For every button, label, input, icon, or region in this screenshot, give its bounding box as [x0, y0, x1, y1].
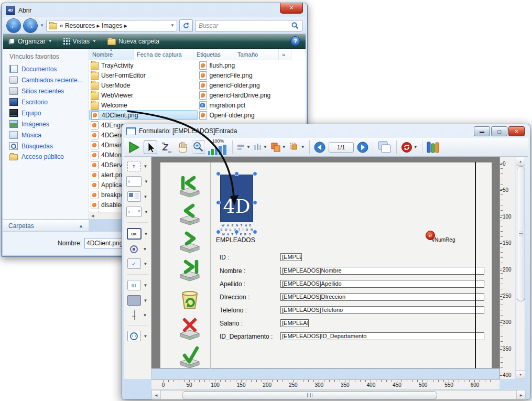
pan-tool-button[interactable] [176, 141, 189, 154]
horizontal-scrollbar[interactable]: ◀ ▶ [151, 390, 526, 399]
field-input[interactable]: [EMPLEADOS]Apellido [280, 280, 484, 288]
column-header[interactable]: ▲Nombre [89, 49, 134, 60]
first-record-button[interactable] [176, 174, 203, 198]
field-input[interactable]: [EMPLEADOS]Telefono [280, 306, 484, 314]
field-input[interactable]: [EMPLEAD [280, 319, 309, 327]
file-row[interactable]: genericHardDrive.png [198, 90, 306, 100]
scrollbar-thumb[interactable] [182, 391, 437, 399]
field-input[interactable]: [EMPLEADOS]ID_Departamento [280, 332, 484, 340]
object-tool-rectangle-tool[interactable]: ▼ [127, 295, 148, 306]
align-dropdown-button[interactable]: ▼ [237, 143, 251, 151]
sidebar-item[interactable]: Sitios recientes [3, 85, 89, 96]
object-tool-listbox-tool[interactable]: ▼ [127, 191, 148, 202]
previous-record-button[interactable] [176, 202, 203, 226]
zoom-bars-icon[interactable] [208, 144, 228, 155]
views-button[interactable]: Vistas ▼ [63, 38, 96, 45]
form-window-titlebar[interactable]: Formulario: [EMPLEADOS]Entrada [122, 124, 530, 138]
close-button[interactable]: ✕ [280, 3, 303, 14]
level-dropdown-button[interactable]: ▼ [270, 142, 286, 153]
selection-handle[interactable] [216, 200, 221, 205]
list-horizontal-scrollbar[interactable]: ◀ [89, 212, 123, 219]
field-input[interactable]: [EMPLEADOS]DIreccion [280, 293, 484, 301]
sidebar-item[interactable]: Música [3, 129, 89, 140]
object-tool-text-tool[interactable]: T▼ [127, 161, 148, 171]
selection-handle[interactable] [216, 230, 221, 234]
sidebar-item[interactable]: Documentos [3, 63, 89, 74]
object-tool-button-tool[interactable]: OK▼ [127, 228, 148, 240]
file-row[interactable]: TrayActivity [89, 60, 198, 70]
form-pages-button[interactable] [377, 140, 392, 154]
next-record-button[interactable] [176, 230, 203, 254]
zoom-level-control[interactable]: 100% [208, 139, 228, 155]
field-input[interactable]: [EMPLE [280, 253, 302, 261]
selection-handle[interactable] [216, 171, 221, 176]
vertical-scrollbar[interactable]: ▲ ▼ [516, 157, 525, 379]
file-row[interactable]: flush.png [198, 60, 306, 70]
execute-form-button[interactable] [127, 140, 140, 154]
file-row[interactable]: migration.pct [198, 100, 306, 110]
maximize-button[interactable]: ▢ [491, 126, 507, 136]
data-source-dropdown-button[interactable]: ▼ [401, 142, 418, 153]
selection-handle[interactable] [253, 230, 257, 234]
file-row[interactable]: WebViewer [89, 90, 198, 100]
select-tool-button[interactable] [144, 140, 157, 154]
column-header[interactable]: Tamaño [234, 49, 279, 60]
object-tool-input-tool[interactable]: I▼ [126, 176, 148, 187]
scroll-down-icon[interactable]: ▼ [516, 370, 525, 378]
variable-icon[interactable]: ⇄ [426, 231, 435, 240]
sidebar-item[interactable]: Equipo [3, 107, 89, 118]
selection-handle[interactable] [253, 200, 257, 205]
file-row[interactable]: UserMode [89, 80, 198, 90]
object-tool-radio-tool[interactable]: ▼ [128, 244, 147, 254]
folders-expander[interactable]: Carpetas ▲ [3, 220, 89, 232]
4d-logo-image[interactable]: 4D [220, 175, 253, 222]
help-button[interactable]: ? [290, 36, 300, 46]
next-page-button[interactable] [357, 142, 368, 153]
search-icon[interactable] [291, 22, 299, 29]
field-input[interactable]: [EMPLEADOS]Nombre [280, 267, 484, 275]
object-tool-combobox-tool[interactable]: I▼ [126, 207, 148, 217]
object-tool-buttongrid-tool[interactable]: III▼ [127, 280, 148, 290]
duplicate-dropdown-button[interactable]: ▼ [289, 142, 305, 153]
filename-input[interactable] [84, 238, 126, 248]
file-row[interactable]: genericFolder.png [198, 80, 306, 90]
entry-order-tool-button[interactable]: Z [160, 141, 173, 154]
delete-record-button[interactable] [176, 287, 203, 311]
sidebar-item[interactable]: Cambiados reciente... [3, 74, 89, 85]
sidebar-item[interactable]: Imágenes [3, 118, 89, 129]
breadcrumb[interactable]: « Resources ▸ Images ▸ [60, 22, 127, 29]
scroll-up-icon[interactable]: ▲ [516, 157, 525, 166]
file-row[interactable]: genericFile.png [198, 70, 306, 80]
back-button[interactable]: ← [6, 18, 21, 33]
sidebar-item[interactable]: Escritorio [3, 96, 89, 107]
object-tool-tabcontrol-tool[interactable]: ▼ [127, 331, 148, 341]
object-tool-splitter-tool[interactable]: ↔▼ [128, 310, 147, 320]
selection-handle[interactable] [253, 171, 257, 176]
previous-page-button[interactable] [314, 142, 325, 153]
column-header[interactable]: Etiquetas [193, 49, 234, 60]
open-dialog-titlebar[interactable]: 4D Abrir [2, 3, 307, 17]
refresh-button[interactable] [179, 19, 193, 32]
cancel-record-button[interactable] [176, 317, 203, 341]
more-columns-button[interactable]: » [279, 49, 291, 60]
object-tool-checkbox-tool[interactable]: ✓▼ [127, 258, 148, 269]
close-button[interactable]: ✕ [508, 126, 525, 136]
selection-handle[interactable] [234, 171, 239, 176]
address-dropdown-icon[interactable]: ▼ [170, 23, 175, 28]
file-row[interactable]: 4DClient.png [89, 110, 198, 120]
search-input[interactable]: Buscar [195, 20, 302, 31]
explorer-button[interactable] [427, 141, 440, 154]
file-row[interactable]: UserFormEditor [89, 70, 198, 80]
file-row[interactable]: OpenFolder.png [198, 110, 306, 120]
last-record-button[interactable] [176, 258, 203, 282]
scroll-left-icon[interactable]: ◀ [89, 214, 94, 218]
column-header[interactable]: Fecha de captura [134, 49, 193, 60]
scrollbar-thumb[interactable] [517, 166, 525, 301]
sidebar-item[interactable]: Búsquedas [3, 140, 89, 151]
accept-record-button[interactable] [176, 345, 203, 369]
selection-handle[interactable] [234, 230, 239, 234]
new-folder-button[interactable]: Nueva carpeta [107, 38, 159, 45]
forward-button[interactable]: → [23, 18, 38, 33]
address-bar[interactable]: « Resources ▸ Images ▸ ▼ [46, 20, 177, 31]
minimize-button[interactable]: ▬ [474, 126, 490, 136]
